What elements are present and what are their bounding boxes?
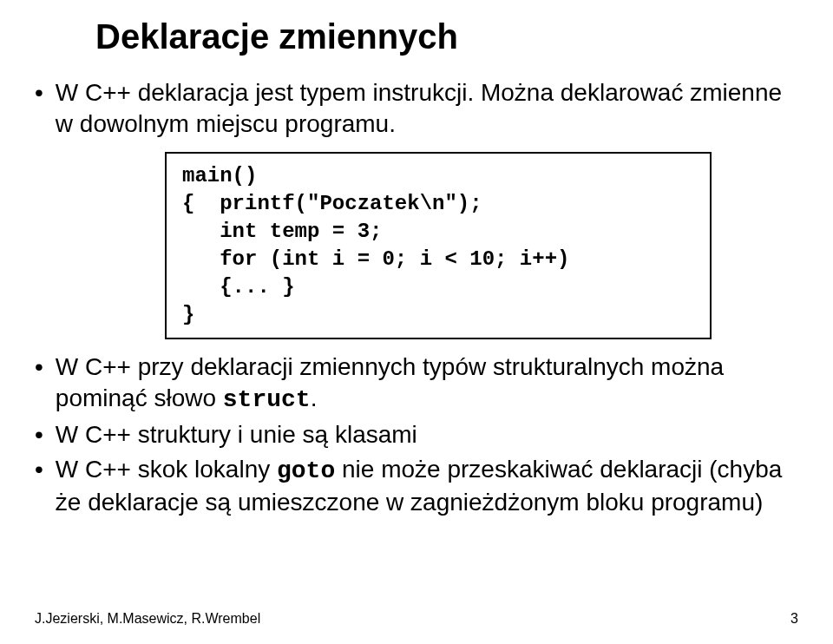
bullet-text-4: W C++ skok lokalny goto nie może przeska… <box>56 454 798 518</box>
bullet-text-2-post: . <box>311 384 318 411</box>
bullet-text-4-pre: W C++ skok lokalny <box>56 456 277 483</box>
bullet-item-4: • W C++ skok lokalny goto nie może przes… <box>35 454 798 518</box>
code-block: main() { printf("Poczatek\n"); int temp … <box>165 152 712 339</box>
slide-title: Deklaracje zmiennych <box>95 17 798 56</box>
page-number: 3 <box>790 611 798 627</box>
bullet-text-2-pre: W C++ przy deklaracji zmiennych typów st… <box>56 353 724 411</box>
bullet-item-2: • W C++ przy deklaracji zmiennych typów … <box>35 352 798 416</box>
bullet-dot-icon: • <box>35 419 43 450</box>
bullet-item-3: • W C++ struktury i unie są klasami <box>35 419 798 450</box>
bullet-dot-icon: • <box>35 77 43 108</box>
inline-code-struct: struct <box>223 386 311 413</box>
bullet-dot-icon: • <box>35 352 43 383</box>
bullet-text-2: W C++ przy deklaracji zmiennych typów st… <box>56 352 798 416</box>
footer-authors: J.Jezierski, M.Masewicz, R.Wrembel <box>35 611 260 627</box>
bullet-item-1: • W C++ deklaracja jest typem instrukcji… <box>35 77 798 140</box>
bullet-text-3: W C++ struktury i unie są klasami <box>56 419 417 450</box>
bullet-text-1: W C++ deklaracja jest typem instrukcji. … <box>56 77 798 140</box>
bullet-dot-icon: • <box>35 454 43 485</box>
inline-code-goto: goto <box>277 457 335 484</box>
